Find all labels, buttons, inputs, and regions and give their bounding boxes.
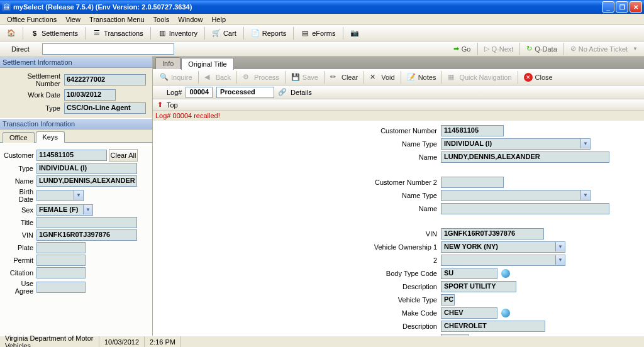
right-toolbar: 🔍Inquire ◀Back ⚙Process 💾Save ✏Clear ✕Vo…: [153, 69, 644, 85]
camera-icon: 📷: [350, 29, 359, 38]
workdate-label: Work Date: [4, 91, 64, 99]
process-button[interactable]: ⚙Process: [238, 70, 284, 84]
go-button[interactable]: ➡Go: [450, 43, 475, 55]
vehtype-label: Vehicle Type: [154, 296, 441, 304]
main-toolbar: 🏠 $Settlements ☰Transactions ▥Inventory …: [0, 25, 644, 41]
menu-help[interactable]: Help: [207, 14, 230, 25]
log-status-field[interactable]: Processed: [216, 87, 274, 98]
title-field[interactable]: [36, 217, 137, 228]
left-panel: Settlement Information Settlement Number…: [0, 57, 153, 336]
chevron-down-icon[interactable]: ▼: [580, 139, 590, 148]
menu-view[interactable]: View: [61, 14, 85, 25]
globe-icon[interactable]: [501, 309, 510, 317]
type-field[interactable]: INDIVIDUAL (I): [36, 163, 137, 174]
name-field[interactable]: LUNDY,DENNIS,ALEXANDER: [36, 175, 137, 187]
quicknav-button[interactable]: ▦Quick Navigation: [443, 70, 516, 84]
settlement-number-label: Settlement Number: [4, 72, 64, 87]
void-button[interactable]: ✕Void: [365, 70, 399, 84]
citation-field[interactable]: [36, 267, 86, 278]
transactions-button[interactable]: ☰Transactions: [87, 26, 149, 40]
settlement-type-field[interactable]: CSC/On-Line Agent: [64, 102, 146, 114]
link-icon[interactable]: 🔗: [278, 88, 287, 97]
title-label: Title: [4, 219, 36, 226]
minimize-button[interactable]: _: [602, 1, 614, 13]
vehyear-field[interactable]: 1996: [441, 334, 469, 336]
useagree-field[interactable]: [36, 282, 86, 293]
tab-keys[interactable]: Keys: [36, 131, 65, 143]
window-title: mySelect (Release 7.5.4) (Env Version: 2…: [13, 3, 601, 11]
close-button[interactable]: ✕Close: [519, 70, 557, 84]
close-window-button[interactable]: ✕: [630, 1, 642, 13]
sex-label: Sex: [4, 206, 36, 214]
clear-button[interactable]: ✏Clear: [326, 70, 362, 84]
chevron-down-icon[interactable]: ▼: [83, 205, 92, 214]
nametype2-field[interactable]: [441, 190, 591, 201]
notes-button[interactable]: 📝Notes: [402, 70, 441, 84]
log-bar: Log# 00004 Processed 🔗 Details: [153, 85, 644, 99]
home-button[interactable]: 🏠: [1, 26, 21, 40]
form-area: Customer Number114581105 Name TypeINDIVI…: [153, 121, 644, 336]
qdata-button[interactable]: ↻Q-Data: [523, 43, 560, 55]
chevron-down-icon[interactable]: ▼: [555, 255, 565, 265]
vehown1-field[interactable]: NEW YORK (NY): [441, 241, 565, 253]
close-icon: ✕: [524, 73, 533, 82]
alert-message: Log# 00004 recalled!: [153, 111, 644, 121]
custno2-field[interactable]: [441, 177, 504, 188]
details-link[interactable]: Details: [291, 89, 312, 96]
save-button[interactable]: 💾Save: [287, 70, 323, 84]
noticket-button[interactable]: ⊘No Active Ticket▼: [567, 43, 641, 55]
note-icon: 📝: [407, 73, 416, 82]
vin-field[interactable]: 1GNFK16R0TJ397876: [36, 229, 137, 241]
chevron-down-icon[interactable]: ▼: [580, 190, 590, 200]
chevron-down-icon[interactable]: ▼: [74, 190, 83, 200]
up-arrow-icon: ⬆: [155, 101, 164, 109]
bodytype-field[interactable]: SU: [441, 268, 497, 279]
bodytype-label: Body Type Code: [154, 270, 441, 277]
top-link[interactable]: Top: [167, 101, 178, 109]
menu-tools[interactable]: Tools: [149, 14, 174, 25]
settlement-number-field[interactable]: 6422277002: [64, 74, 146, 85]
permit-field[interactable]: [36, 255, 86, 266]
clear-all-button[interactable]: Clear All: [109, 149, 138, 162]
inventory-button[interactable]: ▥Inventory: [152, 26, 203, 40]
settlements-button[interactable]: $Settlements: [25, 26, 84, 40]
eforms-button[interactable]: ▤eForms: [295, 26, 341, 40]
tab-original-title[interactable]: Original Title: [181, 58, 233, 70]
menu-office-functions[interactable]: Office Functions: [3, 14, 61, 25]
mname2-field[interactable]: [441, 203, 609, 214]
camera-button[interactable]: 📷: [345, 26, 365, 40]
plate-label: Plate: [4, 244, 36, 251]
mvin-label: VIN: [154, 230, 441, 238]
desc1-field[interactable]: SPORT UTILITY: [441, 281, 516, 292]
desc1-label: Description: [154, 283, 441, 290]
globe-icon[interactable]: [501, 269, 510, 278]
tab-office[interactable]: Office: [3, 132, 35, 143]
mname-field[interactable]: LUNDY,DENNIS,ALEXANDER: [441, 151, 609, 163]
workdate-field[interactable]: 10/03/2012: [64, 89, 116, 101]
nametype-field[interactable]: INDIVIDUAL (I): [441, 138, 591, 150]
menu-window[interactable]: Window: [174, 14, 207, 25]
custno-field[interactable]: 114581105: [441, 125, 504, 136]
menu-transaction[interactable]: Transaction Menu: [85, 14, 149, 25]
mvin-field[interactable]: 1GNFK16R0TJ397876: [441, 228, 544, 240]
inquire-button[interactable]: 🔍Inquire: [155, 70, 197, 84]
vehtype-field[interactable]: PC: [441, 294, 455, 306]
vehown2-field[interactable]: [441, 255, 565, 266]
customer-field[interactable]: 114581105: [36, 150, 107, 161]
back-button[interactable]: ◀Back: [200, 70, 235, 84]
top-bar: ⬆ Top: [153, 99, 644, 111]
desc2-field[interactable]: CHEVROLET: [441, 321, 545, 332]
reports-button[interactable]: 📄Reports: [245, 26, 292, 40]
qnext-button[interactable]: ▷Q-Next: [480, 43, 518, 55]
maximize-button[interactable]: ❐: [616, 1, 628, 13]
transaction-header: Transaction Information: [0, 118, 152, 129]
tab-info[interactable]: Info: [155, 57, 180, 69]
plate-field[interactable]: [36, 242, 86, 253]
makecode-field[interactable]: CHEV: [441, 307, 497, 319]
app-icon: 🏛: [2, 3, 11, 11]
log-number-field[interactable]: 00004: [186, 87, 213, 98]
cart-button[interactable]: 🛒Cart: [206, 26, 242, 40]
log-label: Log#: [155, 89, 182, 96]
nav-input[interactable]: [42, 43, 174, 55]
chevron-down-icon[interactable]: ▼: [555, 242, 565, 251]
